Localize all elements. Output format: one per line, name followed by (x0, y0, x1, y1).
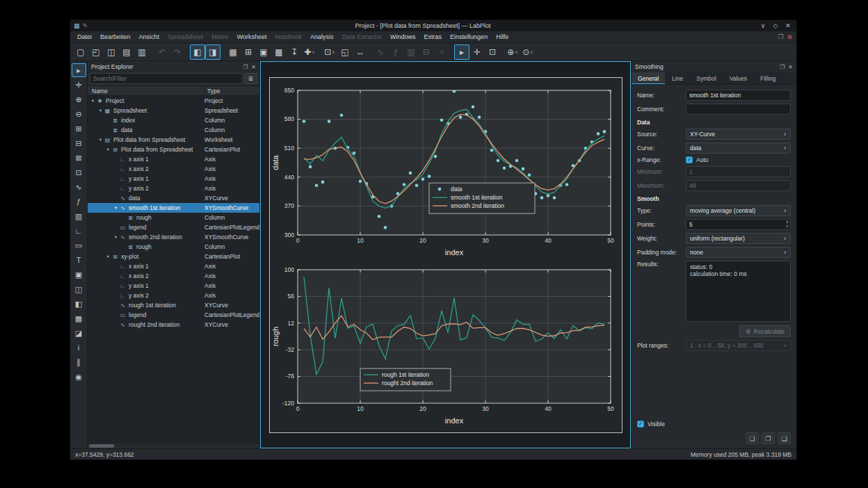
tab-values[interactable]: Values (723, 72, 754, 84)
tree-item-spreadsheet[interactable]: ▾▦SpreadsheetSpreadsheet (88, 106, 259, 115)
points-spinbox[interactable]: ∧ ∨ (686, 219, 791, 230)
tree-item-x-axis-2[interactable]: ∟x axis 2Axis (88, 164, 259, 174)
add-info-element-tool[interactable]: i (72, 341, 86, 355)
tree-item-project[interactable]: ▾❖ProjectProject (88, 96, 259, 106)
expander-icon[interactable]: ▾ (97, 108, 104, 113)
tree-item-y-axis-2[interactable]: ∟y axis 2Axis (88, 184, 259, 193)
tree-item-rough-1st-iteration[interactable]: ∿rough 1st iterationXYCurve (88, 300, 259, 310)
add-plot-log-tool[interactable]: ⊡ (72, 165, 86, 179)
add-legend-tool[interactable]: ▭ (72, 238, 86, 252)
tree-item-plot-data-from-spreadsheet[interactable]: ▾▤Plot data from SpreadsheetWorksheet (88, 135, 259, 145)
navigate-mode-button[interactable]: ✛ (469, 44, 485, 60)
horizontal-layout-tool[interactable]: ◧ (72, 297, 86, 311)
expander-icon[interactable]: ▾ (105, 147, 111, 152)
spin-buttons[interactable]: ∧ ∨ (786, 220, 789, 228)
menu-einstellungen[interactable]: Einstellungen (446, 32, 492, 42)
tab-general[interactable]: General (632, 72, 666, 84)
zoom-in-tool[interactable]: ⊕ (72, 92, 86, 106)
break-layout-tool[interactable]: ◪ (72, 326, 86, 340)
add-histogram-tool[interactable]: ▥ (72, 209, 86, 223)
menu-bearbeiten[interactable]: Bearbeiten (96, 32, 135, 42)
add-custom-point-tool[interactable]: ◉ (72, 370, 86, 384)
chart-xy-plot[interactable]: 01020304050-120-76-321256100indexroughro… (271, 263, 620, 427)
search-input[interactable] (90, 73, 243, 84)
menu-analysis[interactable]: Analysis (306, 32, 338, 42)
smoothing-header[interactable]: Smoothing ❐ ✕ (632, 61, 796, 72)
tree-item-x-axis-1[interactable]: ∟x axis 1Axis (88, 261, 259, 271)
tree-item-rough[interactable]: ≣roughColumn (88, 213, 259, 222)
open-project-button[interactable]: ◰ (88, 44, 104, 60)
tree-item-plot-data-from-spreadsheet[interactable]: ▾⊞Plot data from SpreadsheetCartesianPlo… (88, 145, 259, 154)
zoom-fit-button[interactable]: ⊙∨ (520, 44, 536, 60)
menu-ansicht[interactable]: Ansicht (135, 32, 164, 42)
padding-mode-combobox[interactable]: none ∨ (686, 247, 791, 258)
expander-icon[interactable]: ▾ (105, 254, 111, 259)
expander-icon[interactable]: ▾ (113, 205, 119, 211)
tree-item-smooth-2nd-iteration[interactable]: ▾∿smooth 2nd iterationXYSmoothCurve (88, 232, 259, 242)
filter-options-button[interactable]: ≣ (244, 73, 257, 84)
crosshair-tool[interactable]: ✛ (72, 78, 86, 92)
titlebar[interactable]: ▦ ✎ Project - [Plot data from Spreadshee… (70, 20, 796, 31)
child-restore-icon[interactable]: ❐ (778, 33, 783, 40)
toggle-project-explorer-button[interactable]: ◧ (190, 44, 205, 60)
close-button[interactable]: ✕ (783, 22, 793, 29)
spin-down-icon[interactable]: ∨ (786, 225, 789, 229)
menu-worksheet[interactable]: Worksheet (233, 32, 271, 42)
tree-item-x-axis-1[interactable]: ∟x axis 1Axis (88, 154, 259, 164)
float-dock-icon[interactable]: ❐ (243, 64, 248, 70)
save-project-button[interactable]: ◫ (104, 44, 119, 60)
add-plot-two-axes-tool[interactable]: ⊟ (72, 136, 86, 150)
zoom-mode-button[interactable]: ⊡∨ (322, 44, 337, 60)
expander-icon[interactable]: ▾ (113, 234, 119, 240)
tree-item-data[interactable]: ∿dataXYCurve (88, 193, 259, 203)
tree-item-x-axis-2[interactable]: ∟x axis 2Axis (88, 271, 259, 281)
tree-item-legend[interactable]: ▭legendCartesianPlotLegend (88, 222, 259, 232)
project-explorer-header[interactable]: Project Explorer ❐ ✕ (88, 61, 259, 72)
explorer-hscrollbar[interactable] (88, 443, 259, 448)
zoom-out-tool[interactable]: ⊖ (72, 107, 86, 121)
auto-checkbox[interactable] (686, 156, 693, 163)
tab-symbol[interactable]: Symbol (690, 72, 723, 84)
new-notebook-button[interactable]: ▩ (271, 44, 287, 60)
maximize-button[interactable]: ◇ (771, 22, 780, 29)
minimize-button[interactable]: ∨ (758, 22, 768, 29)
select-tool[interactable]: ▸ (72, 63, 86, 77)
add-plot-four-axes-tool[interactable]: ⊞ (72, 122, 86, 136)
add-axis-tool[interactable]: ∟ (72, 224, 86, 238)
save-template-button[interactable]: ❐ (762, 432, 775, 444)
fit-page-button[interactable]: ◱ (337, 44, 353, 60)
close-dock-icon[interactable]: ✕ (788, 64, 793, 70)
menu-extras[interactable]: Extras (420, 32, 447, 42)
grid-layout-tool[interactable]: ▦ (72, 311, 86, 325)
print-button[interactable]: ▤ (119, 44, 134, 60)
source-combobox[interactable]: XY-Curve ∨ (686, 129, 791, 140)
add-text-label-tool[interactable]: T (72, 253, 86, 267)
print-preview-button[interactable]: ▥ (134, 44, 150, 60)
tree-item-y-axis-1[interactable]: ∟y axis 1Axis (88, 281, 259, 291)
tree-item-y-axis-2[interactable]: ∟y axis 2Axis (88, 291, 259, 300)
scrollbar-thumb[interactable] (89, 444, 114, 448)
menu-hilfe[interactable]: Hilfe (492, 32, 513, 42)
expander-icon[interactable]: ▾ (97, 137, 104, 143)
tree-item-y-axis-1[interactable]: ∟y axis 1Axis (88, 174, 259, 184)
child-close-icon[interactable]: ⊗ (787, 33, 792, 40)
new-worksheet-button[interactable]: ▣ (256, 44, 271, 60)
points-input[interactable] (686, 219, 791, 230)
curve-combobox[interactable]: data ∨ (686, 143, 791, 154)
tree-item-rought-2nd-iteration[interactable]: ∿rought 2nd iterationXYCurve (88, 320, 259, 330)
new-matrix-button[interactable]: ⊞ (241, 44, 256, 60)
tree-header[interactable]: Name Type (88, 86, 259, 96)
chart-plot-data-from-spreadsheet[interactable]: 01020304050300370440510580650indexdatada… (271, 83, 620, 259)
tree-item-smooth-1st-iteration[interactable]: ▾∿smooth 1st iterationXYSmoothCurve (88, 203, 259, 213)
add-new-button[interactable]: ✚∨ (302, 44, 317, 60)
new-project-button[interactable]: ▢ (73, 44, 88, 60)
plot-legend[interactable]: datasmooth 1st iterationsmooth 2nd itera… (429, 183, 535, 213)
import-data-button[interactable]: ↧ (287, 44, 302, 60)
vertical-layout-tool[interactable]: ◫ (72, 282, 86, 296)
recalculate-button[interactable]: ⚙ Recalculate (739, 325, 791, 337)
menu-datei[interactable]: Datei (73, 32, 96, 42)
select-mode-button[interactable]: ▸ (454, 44, 469, 60)
add-image-tool[interactable]: ▣ (72, 268, 86, 282)
zoom-in-button[interactable]: ⊕∨ (505, 44, 520, 60)
column-header-type[interactable]: Type (204, 88, 259, 95)
